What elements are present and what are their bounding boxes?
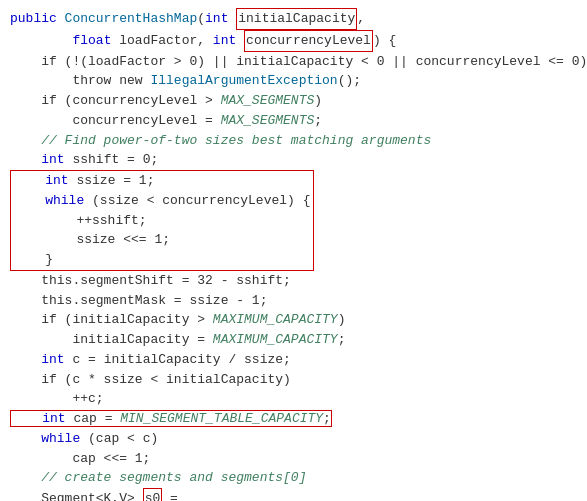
code-line-21: int cap = MIN_SEGMENT_TABLE_CAPACITY; <box>10 409 577 429</box>
code-line-4: throw new IllegalArgumentException(); <box>10 71 577 91</box>
keyword-int-ssize: int <box>45 173 76 188</box>
code-line-20: ++c; <box>10 389 577 409</box>
paren-open: ( <box>197 11 205 26</box>
code-line-9: int ssize = 1; <box>14 171 310 191</box>
param-loadFactor: loadFactor, <box>119 33 213 48</box>
code-line-1: public ConcurrentHashMap(int initialCapa… <box>10 8 577 30</box>
code-line-22: while (cap < c) <box>10 429 577 449</box>
code-line-2: float loadFactor, int concurrencyLevel) … <box>10 30 577 52</box>
constant-max-cap-2: MAXIMUM_CAPACITY <box>213 332 338 347</box>
keyword-while-1: while <box>45 193 92 208</box>
code-line-10: while (ssize < concurrencyLevel) { <box>14 191 310 211</box>
code-line-5: if (concurrencyLevel > MAX_SEGMENTS) <box>10 91 577 111</box>
keyword-int2: int <box>213 33 244 48</box>
code-line-7: // Find power-of-two sizes best matching… <box>10 131 577 151</box>
exception-type: IllegalArgumentException <box>150 73 337 88</box>
while-block-ssize: int ssize = 1; while (ssize < concurrenc… <box>10 170 314 271</box>
code-line-6: concurrencyLevel = MAX_SEGMENTS; <box>10 111 577 131</box>
code-line-11: ++sshift; <box>14 211 310 231</box>
comma: , <box>357 11 365 26</box>
code-line-8: int sshift = 0; <box>10 150 577 170</box>
param-concurrencyLevel: concurrencyLevel <box>244 30 373 52</box>
code-line-23: cap <<= 1; <box>10 449 577 469</box>
var-s0: s0 <box>143 488 163 501</box>
code-line-19: if (c * ssize < initialCapacity) <box>10 370 577 390</box>
code-line-3: if (!(loadFactor > 0) || initialCapacity… <box>10 52 577 72</box>
paren-close: ) { <box>373 33 396 48</box>
code-line-14: this.segmentShift = 32 - sshift; <box>10 271 577 291</box>
code-line-18: int c = initialCapacity / ssize; <box>10 350 577 370</box>
keyword-public: public <box>10 11 65 26</box>
code-line-17: initialCapacity = MAXIMUM_CAPACITY; <box>10 330 577 350</box>
keyword-float: float <box>72 33 119 48</box>
constant-max-segments-2: MAX_SEGMENTS <box>221 113 315 128</box>
keyword-int: int <box>205 11 236 26</box>
code-line-24: // create segments and segments[0] <box>10 468 577 488</box>
keyword-int-cap: int <box>42 411 73 426</box>
code-container: public ConcurrentHashMap(int initialCapa… <box>0 0 587 501</box>
code-line-16: if (initialCapacity > MAXIMUM_CAPACITY) <box>10 310 577 330</box>
code-line-12: ssize <<= 1; <box>14 230 310 250</box>
code-line-13: } <box>14 250 310 270</box>
code-line-15: this.segmentMask = ssize - 1; <box>10 291 577 311</box>
constant-min-seg: MIN_SEGMENT_TABLE_CAPACITY <box>120 411 323 426</box>
keyword-while-2: while <box>41 431 88 446</box>
param-initialCapacity: initialCapacity <box>236 8 357 30</box>
keyword-int-c: int <box>41 352 72 367</box>
keyword-int-sshift: int <box>41 152 72 167</box>
cap-line-box: int cap = MIN_SEGMENT_TABLE_CAPACITY; <box>10 410 332 427</box>
constant-max-cap: MAXIMUM_CAPACITY <box>213 312 338 327</box>
code-line-25: Segment<K,V> s0 = <box>10 488 577 501</box>
class-name: ConcurrentHashMap <box>65 11 198 26</box>
constant-max-segments: MAX_SEGMENTS <box>221 93 315 108</box>
